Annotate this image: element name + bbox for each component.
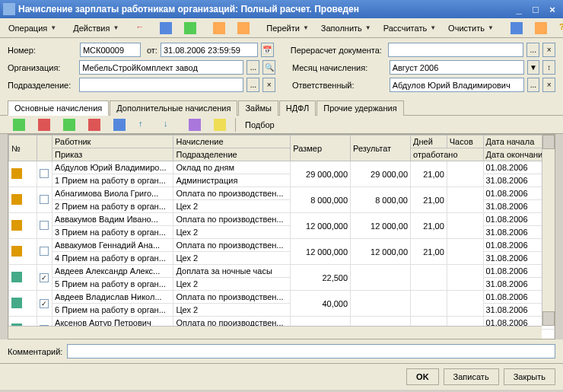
cell-result[interactable]: [351, 291, 411, 317]
cell-order[interactable]: 5 Прием на работу в орган...: [52, 278, 173, 291]
cell-worker[interactable]: Авдеев Александр Алекс...: [52, 265, 173, 278]
org-open-button[interactable]: 🔍: [262, 60, 275, 75]
row-checkbox[interactable]: [40, 221, 49, 230]
recalc-select-button[interactable]: ...: [526, 43, 539, 57]
col-n[interactable]: №: [9, 135, 37, 161]
cell-order[interactable]: 3 Прием на работу в орган...: [52, 226, 173, 239]
col-check[interactable]: [37, 135, 52, 161]
actions-menu[interactable]: Действия▼: [68, 21, 124, 35]
cell-hours[interactable]: [447, 187, 483, 213]
save-button[interactable]: Записать: [444, 368, 499, 385]
cell-worker[interactable]: Аввакумов Геннадий Ана...: [52, 239, 173, 252]
help-button[interactable]: ?: [554, 20, 563, 37]
cell-dept[interactable]: Цех 2: [173, 252, 291, 265]
cell-days[interactable]: [411, 265, 447, 291]
cell-hours[interactable]: [447, 239, 483, 265]
clear-menu[interactable]: Очистить▼: [443, 21, 499, 35]
cell-days[interactable]: 21,00: [411, 187, 447, 213]
fill-menu[interactable]: Заполнить▼: [316, 21, 377, 35]
selection-button[interactable]: Подбор: [240, 118, 280, 132]
cell-days[interactable]: 21,00: [411, 161, 447, 187]
resp-clear-button[interactable]: ×: [542, 78, 555, 92]
comment-input[interactable]: [67, 344, 555, 359]
cell-worker[interactable]: Авдеев Владислав Никол...: [52, 291, 173, 304]
cell-accrual[interactable]: Оплата по производствен...: [173, 239, 291, 252]
col-accrual[interactable]: Начисление: [173, 135, 291, 148]
date-input[interactable]: [161, 43, 258, 57]
col-dept[interactable]: Подразделение: [173, 148, 291, 161]
resp-select-button[interactable]: ...: [527, 78, 540, 92]
post-button[interactable]: [208, 20, 231, 37]
minimize-button[interactable]: _: [511, 2, 526, 16]
cell-days[interactable]: 21,00: [411, 213, 447, 239]
tab-loans[interactable]: Займы: [238, 100, 278, 116]
unpost-button[interactable]: [232, 20, 255, 37]
cell-dept[interactable]: Цех 2: [173, 304, 291, 317]
cell-hours[interactable]: [447, 213, 483, 239]
org-select-button[interactable]: ...: [247, 60, 259, 75]
cell-hours[interactable]: [447, 291, 483, 317]
col-hours[interactable]: Часов: [447, 135, 483, 148]
month-stepper-button[interactable]: ↕: [542, 60, 555, 75]
cell-size[interactable]: 8 000,000: [291, 187, 351, 213]
table-row[interactable]: Абдулов Юрий Владимиро... Оклад по дням …: [9, 161, 555, 174]
dept-select-button[interactable]: ...: [247, 78, 259, 92]
cell-size[interactable]: 29 000,000: [291, 161, 351, 187]
table-row[interactable]: Абнагимова Виола Григо... Оплата по прои…: [9, 187, 555, 200]
edit-row-button[interactable]: [58, 116, 81, 133]
col-order[interactable]: Приказ: [52, 148, 173, 161]
cell-days[interactable]: [411, 291, 447, 317]
add-row-button[interactable]: [8, 116, 30, 133]
cell-size[interactable]: 12 000,000: [291, 213, 351, 239]
dept-input[interactable]: [79, 78, 243, 92]
number-input[interactable]: [80, 43, 141, 57]
cell-hours[interactable]: [447, 161, 483, 187]
tab-other-deductions[interactable]: Прочие удержания: [316, 100, 403, 116]
recalc-clear-button[interactable]: ×: [542, 43, 555, 57]
cell-order[interactable]: 1 Прием на работу в орган...: [52, 174, 173, 187]
col-worked[interactable]: отработано: [411, 148, 484, 161]
cell-result[interactable]: 8 000,00: [351, 187, 411, 213]
cell-worker[interactable]: Аввакумов Вадим Ивано...: [52, 213, 173, 226]
cell-dept[interactable]: Цех 2: [173, 278, 291, 291]
cell-days[interactable]: 21,00: [411, 239, 447, 265]
col-days[interactable]: Дней: [411, 135, 447, 148]
cell-dept[interactable]: Цех 2: [173, 200, 291, 213]
table-row[interactable]: Аввакумов Вадим Ивано... Оплата по произ…: [9, 213, 555, 226]
cell-size[interactable]: 12 000,000: [291, 239, 351, 265]
refresh-button[interactable]: [179, 20, 202, 37]
cell-accrual[interactable]: Оклад по дням: [173, 161, 291, 174]
table-row[interactable]: ✓ Авдеев Александр Алекс... Доплата за н…: [9, 265, 555, 278]
row-checkbox[interactable]: [40, 195, 49, 204]
month-input[interactable]: [390, 60, 524, 75]
cell-result[interactable]: 29 000,00: [351, 161, 411, 187]
row-checkbox[interactable]: ✓: [40, 273, 49, 282]
cell-dept[interactable]: Цех 2: [173, 226, 291, 239]
ok-button[interactable]: OK: [406, 368, 439, 385]
back-button[interactable]: ←: [130, 20, 153, 37]
cell-size[interactable]: 40,000: [291, 291, 351, 317]
cell-worker[interactable]: Абнагимова Виола Григо...: [52, 187, 173, 200]
col-worker[interactable]: Работник: [52, 135, 173, 148]
filter-button[interactable]: [208, 116, 231, 133]
calc-menu[interactable]: Рассчитать▼: [378, 21, 441, 35]
cell-dept[interactable]: Администрация: [173, 174, 291, 187]
col-result[interactable]: Результат: [351, 135, 411, 161]
sort-button[interactable]: [183, 116, 206, 133]
cell-accrual[interactable]: Оплата по производствен...: [173, 291, 291, 304]
col-size[interactable]: Размер: [291, 135, 351, 161]
move-down-button[interactable]: ↓: [158, 116, 181, 133]
tab-ndfl[interactable]: НДФЛ: [279, 100, 316, 116]
cell-order[interactable]: 2 Прием на работу в орган...: [52, 200, 173, 213]
props-button[interactable]: [108, 116, 131, 133]
row-checkbox[interactable]: ✓: [40, 299, 49, 308]
goto-menu[interactable]: Перейти▼: [261, 21, 314, 35]
cell-order[interactable]: 4 Прием на работу в орган...: [52, 252, 173, 265]
month-dropdown-button[interactable]: ▼: [527, 60, 540, 75]
maximize-button[interactable]: □: [528, 2, 543, 16]
resp-input[interactable]: [390, 78, 524, 92]
settings-button[interactable]: [530, 20, 552, 37]
dept-clear-button[interactable]: ×: [262, 78, 275, 92]
cell-result[interactable]: [351, 265, 411, 291]
cell-result[interactable]: 12 000,00: [351, 239, 411, 265]
